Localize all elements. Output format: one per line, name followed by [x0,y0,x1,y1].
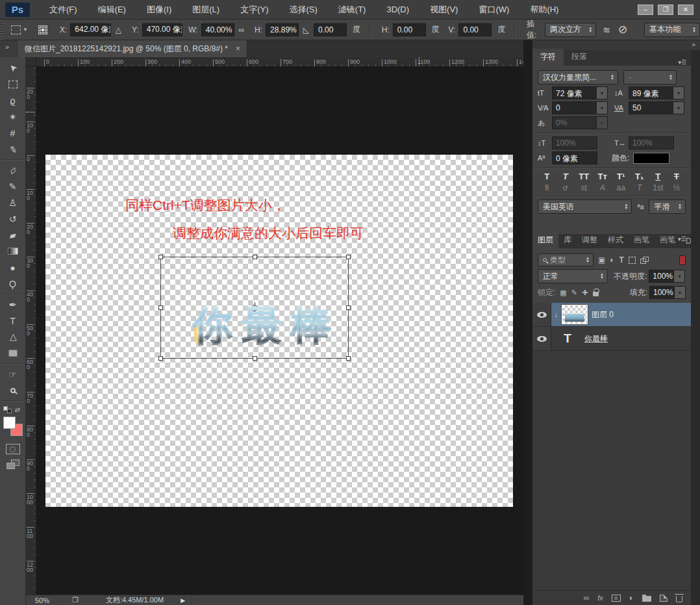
visibility-gutter[interactable] [532,303,551,326]
gradient-tool[interactable] [3,243,23,259]
transform-handle-nw[interactable] [158,255,163,259]
filter-smart-objects-icon[interactable] [640,257,649,264]
marquee-tool[interactable] [3,76,23,92]
panel-tab-3[interactable]: 调整 [577,234,603,248]
quick-mask-icon[interactable] [6,444,20,454]
menu-item-6[interactable]: 选择(S) [279,0,327,19]
menu-item-2[interactable]: 编辑(E) [88,0,136,19]
filter-shape-layers-icon[interactable] [629,257,636,264]
reference-point-grid-icon[interactable] [38,25,47,34]
crop-tool[interactable]: # [3,125,23,141]
document-tab[interactable]: 微信图片_20181225142921.jpg @ 50% (图层 0, RGB… [18,40,247,57]
restore-button[interactable]: ❐ [658,5,673,15]
height-input[interactable]: 28.89% [266,23,299,36]
layer-name[interactable]: 你最棒 [584,333,608,344]
anti-alias-select[interactable]: 平滑 ▲▼ [649,200,686,214]
swap-colors-icon[interactable]: ⇄ [15,406,20,413]
shape-tool[interactable] [3,345,23,361]
opentype-button-8[interactable]: ½ [668,183,686,192]
panel-tab-6[interactable]: 画笔 [655,234,681,248]
kerning-field[interactable]: 0▼ [552,101,608,114]
menu-item-11[interactable]: 帮助(H) [519,0,569,19]
x-input[interactable]: 642.00 像素 [70,23,111,36]
interpolation-select[interactable]: 两次立方 ▲▼ [545,23,596,37]
hskew-input[interactable]: 0.00 [393,23,426,36]
language-select[interactable]: 美国英语 ▲▼ [538,200,632,214]
menu-item-7[interactable]: 滤镜(T) [328,0,377,19]
menu-item-3[interactable]: 图像(I) [136,0,182,19]
font-family-select[interactable]: 汉仪力量黑简... ▲▼ [538,70,618,84]
minimize-button[interactable]: – [638,5,653,15]
style-strikethrough-button[interactable]: T [668,172,686,181]
transform-handle-sw[interactable] [158,356,163,361]
layer-row-0[interactable]: ↓ 图层 0 [532,303,691,327]
blur-tool[interactable]: ● [3,259,23,276]
eyedropper-tool[interactable]: ✐ [3,141,23,157]
default-colors-icon[interactable] [3,406,12,413]
adjustment-layer-icon[interactable]: ◐ [629,594,634,602]
transform-handle-w[interactable] [158,305,163,310]
layers-panel-menu-icon[interactable]: ▾☰ [678,236,686,242]
zoom-tool[interactable] [3,382,23,398]
delete-layer-icon[interactable] [676,596,682,602]
text-color-swatch[interactable] [633,153,669,164]
opacity-field[interactable]: 100%▼ [649,270,685,283]
panel-tab-1[interactable]: 图层 [532,234,558,248]
transform-handle-e[interactable] [346,305,351,310]
panel-tab-2[interactable]: 库 [558,234,577,248]
tab-close-icon[interactable]: × [236,44,240,53]
layer-row-1[interactable]: T 你最棒 [532,327,691,351]
opentype-button-4[interactable]: A [594,183,612,192]
brush-tool[interactable]: ✎ [3,178,23,194]
link-layers-icon[interactable]: ∞ [584,594,590,602]
history-brush-tool[interactable]: ↺ [3,211,23,227]
magic-wand-tool[interactable]: ✶ [3,109,23,125]
layer-thumbnail[interactable] [562,305,588,324]
free-transform-box[interactable]: 你最棒 [160,257,349,359]
workspace-select[interactable]: 基本功能 ▲▼ [644,23,700,37]
filter-adjustment-layers-icon[interactable]: ◐ [610,256,614,264]
warp-mode-icon[interactable]: ≋ [603,25,610,35]
opentype-button-3[interactable]: st [575,183,594,192]
fill-field[interactable]: 100%▼ [649,286,686,299]
style-faux-italic-button[interactable]: T [556,172,575,181]
transform-handle-ne[interactable] [346,255,351,259]
style-faux-bold-button[interactable]: T [538,172,556,181]
move-tool[interactable]: ➤ [3,60,23,76]
tab-character[interactable]: 字符 [532,49,564,66]
panel-tab-4[interactable]: 样式 [603,234,629,248]
tool-preset-arrow-icon[interactable]: ▼ [23,27,28,32]
new-layer-icon[interactable] [660,595,668,602]
style-subscript-button[interactable]: T₁ [631,172,649,181]
lock-all-icon[interactable] [593,292,599,296]
vertical-scale-field[interactable]: 100% [552,136,597,149]
style-small-caps-button[interactable]: Tᴛ [594,172,612,181]
status-menu-arrow-icon[interactable]: ▶ [181,597,185,604]
menu-item-4[interactable]: 图层(L) [182,0,230,19]
style-underline-button[interactable]: T [649,172,668,181]
transform-handle-s[interactable] [253,356,257,361]
width-input[interactable]: 40.00% [201,23,234,36]
layer-filtering-toggle[interactable] [679,255,686,265]
opentype-button-1[interactable]: fi [538,183,556,192]
cancel-transform-icon[interactable]: ⊘ [618,23,627,36]
lock-transparency-icon[interactable]: ▦ [560,289,566,296]
type-tool[interactable]: T [3,313,23,329]
add-mask-icon[interactable] [612,595,621,602]
leading-field[interactable]: 89 像素▼ [629,86,684,99]
delta-icon[interactable]: △ [116,25,121,34]
link-dimensions-icon[interactable]: ∞ [239,25,245,34]
zoom-level-field[interactable]: 50% [26,597,62,604]
new-group-icon[interactable] [642,596,651,602]
layer-name[interactable]: 图层 0 [592,309,614,320]
export-icon[interactable]: ❐ [72,596,79,604]
font-style-select[interactable]: - ▲▼ [623,70,677,84]
toolbar-collapse-button[interactable]: » [0,40,18,57]
filter-pixel-layers-icon[interactable]: ▣ [598,256,605,264]
horizontal-ruler[interactable]: 0100200300400500600700800900100011001200… [36,57,523,67]
baseline-shift-field[interactable]: 0 像素 [552,151,597,164]
transform-handle-se[interactable] [346,356,351,361]
style-all-caps-button[interactable]: TT [575,172,594,181]
visibility-gutter[interactable] [532,327,551,350]
tool-preset-icon[interactable] [11,25,21,34]
